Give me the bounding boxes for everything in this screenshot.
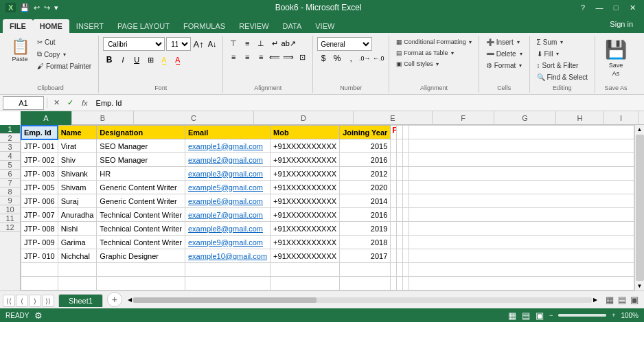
- decrease-decimal-btn[interactable]: ←.0: [372, 52, 384, 65]
- cell-f3[interactable]: 2016: [340, 153, 391, 167]
- cell-h8[interactable]: [397, 222, 403, 236]
- cell-extra-12[interactable]: [409, 277, 634, 291]
- cell-b10[interactable]: Nichchal: [58, 249, 97, 263]
- cell-h5[interactable]: [397, 181, 403, 194]
- paste-button[interactable]: 📋 Paste: [7, 37, 33, 65]
- cell-c3[interactable]: SEO Manager: [97, 153, 185, 167]
- cell-g4[interactable]: [391, 167, 397, 181]
- cell-b4[interactable]: Shivank: [58, 167, 97, 181]
- percent-btn[interactable]: %: [331, 52, 343, 65]
- scroll-thumb-v[interactable]: [636, 135, 644, 281]
- scroll-left-btn[interactable]: ◀: [128, 297, 132, 303]
- vertical-scrollbar[interactable]: ▲ ▼: [634, 125, 644, 291]
- format-as-table-btn[interactable]: ▤ Format as Table ▾: [393, 48, 456, 58]
- find-select-btn[interactable]: 🔍Find & Select: [534, 72, 590, 82]
- cell-c9[interactable]: Technical Content Writer: [97, 236, 185, 249]
- cell-b1[interactable]: Name: [58, 126, 97, 139]
- border-button[interactable]: ⊞: [144, 54, 157, 66]
- merge-btn[interactable]: ⊡: [296, 51, 308, 63]
- cell-a2[interactable]: JTP- 001: [21, 139, 58, 153]
- scroll-down-btn[interactable]: ▼: [636, 282, 644, 291]
- copy-button[interactable]: ⧉Copy▾: [34, 49, 94, 60]
- sheet-nav-first[interactable]: ⟨⟨: [3, 295, 15, 307]
- row-header-11[interactable]: 11: [0, 214, 21, 223]
- format-painter-button[interactable]: 🖌Format Painter: [34, 61, 94, 71]
- cell-g2[interactable]: [391, 139, 397, 153]
- cell-i4[interactable]: [403, 167, 409, 181]
- col-header-h[interactable]: H: [556, 111, 604, 125]
- cell-i3[interactable]: [403, 153, 409, 167]
- cell-d3[interactable]: example2@gmail.com: [185, 153, 270, 167]
- tab-data[interactable]: DATA: [276, 19, 309, 33]
- cell-h9[interactable]: [397, 236, 403, 249]
- qat-dropdown-btn[interactable]: ▾: [53, 3, 60, 13]
- cell-i12[interactable]: [403, 277, 409, 291]
- cell-c8[interactable]: Technical Content Writer: [97, 222, 185, 236]
- cell-a9[interactable]: JTP- 009: [21, 236, 58, 249]
- cell-c6[interactable]: Generic Content Writer: [97, 194, 185, 208]
- cell-c10[interactable]: Graphic Designer: [97, 249, 185, 263]
- cell-a3[interactable]: JTP- 002: [21, 153, 58, 167]
- help-btn[interactable]: ?: [577, 1, 589, 14]
- sign-in-btn[interactable]: Sign in: [604, 19, 639, 30]
- cell-i5[interactable]: [403, 181, 409, 194]
- cell-i1[interactable]: [403, 126, 409, 139]
- cell-i9[interactable]: [403, 236, 409, 249]
- cell-i8[interactable]: [403, 222, 409, 236]
- cell-b3[interactable]: Shiv: [58, 153, 97, 167]
- sheet-nav-prev[interactable]: ⟨: [16, 295, 28, 307]
- cell-d7[interactable]: example7@gmail.com: [185, 208, 270, 222]
- cell-a6[interactable]: JTP- 006: [21, 194, 58, 208]
- view-btn-layout[interactable]: ▤: [522, 310, 530, 321]
- sheet-tab-1[interactable]: Sheet1: [58, 294, 103, 307]
- row-header-2[interactable]: 2: [0, 134, 21, 143]
- view-btn-pagebreak[interactable]: ▣: [536, 310, 544, 321]
- cell-e8[interactable]: +91XXXXXXXXXX: [271, 222, 340, 236]
- conditional-formatting-btn[interactable]: ▦ Conditional Formatting ▾: [393, 37, 474, 47]
- tab-insert[interactable]: INSERT: [69, 19, 111, 33]
- cell-h11[interactable]: [397, 263, 403, 277]
- cell-extra-9[interactable]: [409, 236, 634, 249]
- cell-e10[interactable]: +91XXXXXXXXXX: [271, 249, 340, 263]
- cell-extra-8[interactable]: [409, 222, 634, 236]
- decrease-font-btn[interactable]: A↓: [206, 38, 218, 50]
- align-top-btn[interactable]: ⊤: [227, 37, 240, 49]
- page-layout-view-btn[interactable]: ▤: [618, 295, 626, 305]
- cell-f8[interactable]: 2019: [340, 222, 391, 236]
- cell-g10[interactable]: [391, 249, 397, 263]
- page-break-view-btn[interactable]: ▣: [630, 295, 639, 305]
- cell-c11[interactable]: [97, 263, 185, 277]
- tab-formulas[interactable]: FORMULAS: [176, 19, 232, 33]
- cell-g6[interactable]: [391, 194, 397, 208]
- cell-i6[interactable]: [403, 194, 409, 208]
- zoom-slider[interactable]: [558, 314, 606, 317]
- cell-f12[interactable]: [340, 277, 391, 291]
- cell-e12[interactable]: [271, 277, 340, 291]
- bold-button[interactable]: B: [103, 54, 115, 66]
- cell-a7[interactable]: JTP- 007: [21, 208, 58, 222]
- tab-review[interactable]: REVIEW: [232, 19, 275, 33]
- scroll-track-h[interactable]: [133, 297, 592, 303]
- currency-btn[interactable]: $: [317, 52, 330, 65]
- cell-a11[interactable]: [21, 263, 58, 277]
- cell-e6[interactable]: +91XXXXXXXXXX: [271, 194, 340, 208]
- cell-styles-btn[interactable]: ▣ Cell Styles ▾: [393, 59, 441, 69]
- cell-g1[interactable]: Fifth Row Deleted with the data of Emplo…: [391, 126, 397, 139]
- underline-button[interactable]: U: [130, 54, 143, 66]
- col-header-d[interactable]: D: [254, 111, 354, 125]
- scroll-thumb-h[interactable]: [133, 297, 317, 303]
- cell-h7[interactable]: [397, 208, 403, 222]
- cell-f7[interactable]: 2016: [340, 208, 391, 222]
- zoom-out-btn[interactable]: −: [549, 312, 553, 319]
- cell-a8[interactable]: JTP- 008: [21, 222, 58, 236]
- col-header-i[interactable]: I: [604, 111, 639, 125]
- cell-b11[interactable]: [58, 263, 97, 277]
- cell-g12[interactable]: [391, 277, 397, 291]
- increase-font-btn[interactable]: A↑: [192, 38, 205, 50]
- cell-g7[interactable]: [391, 208, 397, 222]
- cell-d1[interactable]: Email: [185, 126, 270, 139]
- cell-f11[interactable]: [340, 263, 391, 277]
- cell-b6[interactable]: Suraj: [58, 194, 97, 208]
- minimize-btn[interactable]: —: [593, 1, 606, 14]
- fill-color-button[interactable]: A̲: [158, 54, 170, 66]
